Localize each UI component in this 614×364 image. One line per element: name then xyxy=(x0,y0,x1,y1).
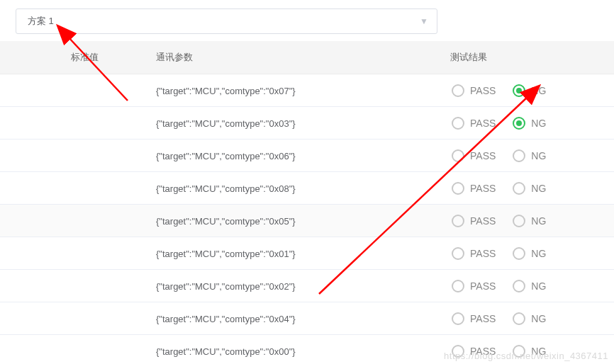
ng-radio[interactable]: NG xyxy=(513,215,546,227)
pass-label: PASS xyxy=(470,118,496,129)
table-row: {"target":"MCU","comtype":"0x07"}PASSNG xyxy=(0,74,614,107)
cell-standard-value xyxy=(71,270,149,302)
ng-label: NG xyxy=(531,118,546,129)
pass-label: PASS xyxy=(470,215,496,227)
result-radio-group: PASSNG xyxy=(452,182,614,195)
ng-radio[interactable]: NG xyxy=(513,117,546,130)
cell-test-result: PASSNG xyxy=(443,172,614,205)
cell-comm-params: {"target":"MCU","comtype":"0x07"} xyxy=(149,74,443,107)
radio-icon xyxy=(513,182,525,195)
cell-standard-value xyxy=(71,205,149,237)
pass-radio[interactable]: PASS xyxy=(452,149,496,162)
pass-label: PASS xyxy=(470,183,496,194)
table-header-row: 标准值 通讯参数 测试结果 xyxy=(0,41,614,74)
radio-icon xyxy=(513,312,525,325)
cell-standard-value xyxy=(71,107,149,140)
plan-select-label: 方案 1 xyxy=(28,15,54,28)
cell-blank xyxy=(0,140,71,172)
pass-label: PASS xyxy=(470,150,496,161)
cell-test-result: PASSNG xyxy=(443,302,614,335)
chevron-down-icon: ▼ xyxy=(420,16,428,26)
radio-icon xyxy=(452,84,464,97)
ng-radio[interactable]: NG xyxy=(513,84,546,97)
radio-icon xyxy=(452,182,464,195)
ng-radio[interactable]: NG xyxy=(513,312,546,325)
pass-radio[interactable]: PASS xyxy=(452,247,496,260)
ng-label: NG xyxy=(531,248,546,259)
table-row: {"target":"MCU","comtype":"0x08"}PASSNG xyxy=(0,172,614,205)
cell-blank xyxy=(0,270,71,302)
result-radio-group: PASSNG xyxy=(452,280,614,292)
table-row: {"target":"MCU","comtype":"0x03"}PASSNG xyxy=(0,107,614,140)
cell-comm-params: {"target":"MCU","comtype":"0x05"} xyxy=(149,205,443,237)
pass-radio[interactable]: PASS xyxy=(452,280,496,292)
radio-icon xyxy=(513,280,525,292)
cell-test-result: PASSNG xyxy=(443,107,614,140)
radio-icon xyxy=(513,149,525,162)
cell-blank xyxy=(0,237,71,270)
result-radio-group: PASSNG xyxy=(452,215,614,227)
ng-label: NG xyxy=(531,313,546,324)
radio-icon xyxy=(452,312,464,325)
radio-icon xyxy=(513,117,525,130)
header-standard-value: 标准值 xyxy=(71,41,149,74)
pass-radio[interactable]: PASS xyxy=(452,117,496,130)
ng-radio[interactable]: NG xyxy=(513,280,546,292)
cell-standard-value xyxy=(71,140,149,172)
ng-label: NG xyxy=(531,183,546,194)
result-radio-group: PASSNG xyxy=(452,312,614,325)
cell-blank xyxy=(0,335,71,365)
cell-test-result: PASSNG xyxy=(443,74,614,107)
ng-radio[interactable]: NG xyxy=(513,149,546,162)
ng-label: NG xyxy=(531,150,546,161)
table-row: {"target":"MCU","comtype":"0x02"}PASSNG xyxy=(0,270,614,302)
ng-label: NG xyxy=(531,280,546,292)
radio-icon xyxy=(452,149,464,162)
cell-blank xyxy=(0,107,71,140)
pass-label: PASS xyxy=(470,85,496,96)
plan-select[interactable]: 方案 1 ▼ xyxy=(16,8,437,34)
radio-icon xyxy=(513,84,525,97)
select-wrapper: 方案 1 ▼ xyxy=(0,0,614,41)
cell-test-result: PASSNG xyxy=(443,140,614,172)
radio-icon xyxy=(513,215,525,227)
cell-test-result: PASSNG xyxy=(443,270,614,302)
table-row: {"target":"MCU","comtype":"0x06"}PASSNG xyxy=(0,140,614,172)
ng-radio[interactable]: NG xyxy=(513,247,546,260)
header-blank xyxy=(0,41,71,74)
cell-standard-value xyxy=(71,302,149,335)
cell-standard-value xyxy=(71,237,149,270)
table-row: {"target":"MCU","comtype":"0x01"}PASSNG xyxy=(0,237,614,270)
result-radio-group: PASSNG xyxy=(452,149,614,162)
pass-radio[interactable]: PASS xyxy=(452,215,496,227)
test-table: 标准值 通讯参数 测试结果 {"target":"MCU","comtype":… xyxy=(0,41,614,364)
ng-label: NG xyxy=(531,85,546,96)
cell-comm-params: {"target":"MCU","comtype":"0x02"} xyxy=(149,270,443,302)
pass-radio[interactable]: PASS xyxy=(452,84,496,97)
cell-blank xyxy=(0,205,71,237)
radio-icon xyxy=(452,215,464,227)
table-row: {"target":"MCU","comtype":"0x05"}PASSNG xyxy=(0,205,614,237)
radio-icon xyxy=(513,247,525,260)
pass-radio[interactable]: PASS xyxy=(452,312,496,325)
cell-blank xyxy=(0,74,71,107)
cell-blank xyxy=(0,172,71,205)
cell-comm-params: {"target":"MCU","comtype":"0x00"} xyxy=(149,335,443,365)
pass-label: PASS xyxy=(470,248,496,259)
radio-icon xyxy=(452,117,464,130)
cell-comm-params: {"target":"MCU","comtype":"0x08"} xyxy=(149,172,443,205)
table-row: {"target":"MCU","comtype":"0x04"}PASSNG xyxy=(0,302,614,335)
header-comm-params: 通讯参数 xyxy=(149,41,443,74)
radio-icon xyxy=(452,247,464,260)
radio-icon xyxy=(452,280,464,292)
cell-blank xyxy=(0,302,71,335)
result-radio-group: PASSNG xyxy=(452,117,614,130)
cell-test-result: PASSNG xyxy=(443,237,614,270)
cell-comm-params: {"target":"MCU","comtype":"0x04"} xyxy=(149,302,443,335)
pass-radio[interactable]: PASS xyxy=(452,182,496,195)
pass-label: PASS xyxy=(470,313,496,324)
result-radio-group: PASSNG xyxy=(452,84,614,97)
ng-radio[interactable]: NG xyxy=(513,182,546,195)
cell-standard-value xyxy=(71,335,149,365)
cell-test-result: PASSNG xyxy=(443,205,614,237)
